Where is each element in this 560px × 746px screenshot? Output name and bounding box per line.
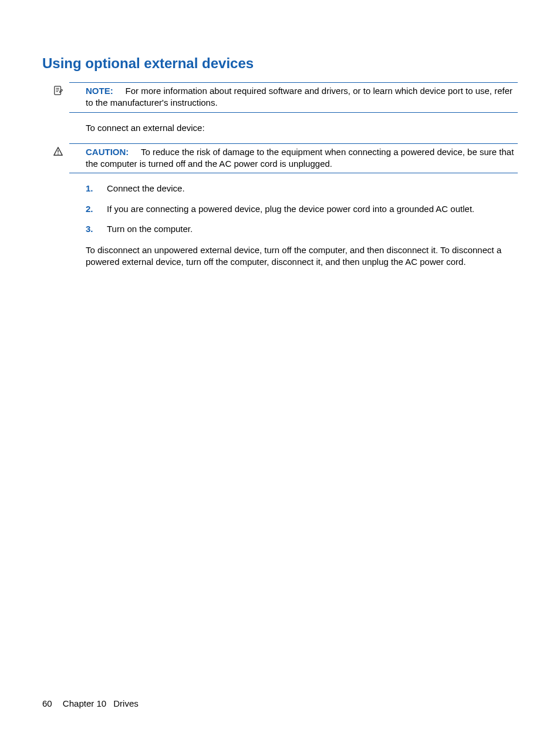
intro-paragraph: To connect an external device: — [86, 122, 518, 134]
caution-callout: CAUTION: To reduce the risk of damage to… — [69, 143, 518, 174]
note-label: NOTE: — [86, 86, 113, 96]
step-number: 2. — [86, 203, 107, 215]
caution-text: To reduce the risk of damage to the equi… — [86, 147, 514, 169]
chapter-title: Drives — [113, 698, 139, 708]
steps-list: 1. Connect the device. 2. If you are con… — [86, 183, 518, 235]
step-text: Turn on the computer. — [107, 223, 193, 235]
list-item: 2. If you are connecting a powered devic… — [86, 203, 518, 215]
step-number: 1. — [86, 183, 107, 194]
caution-icon — [53, 146, 65, 158]
closing-paragraph: To disconnect an unpowered external devi… — [86, 244, 518, 268]
step-text: Connect the device. — [107, 183, 185, 194]
svg-point-5 — [58, 153, 59, 154]
page-number: 60 — [42, 698, 52, 708]
list-item: 1. Connect the device. — [86, 183, 518, 194]
caution-label: CAUTION: — [86, 147, 129, 157]
note-icon — [53, 85, 65, 97]
step-text: If you are connecting a powered device, … — [107, 203, 474, 215]
chapter-number: Chapter 10 — [63, 698, 106, 708]
note-callout: NOTE: For more information about require… — [69, 82, 518, 113]
section-heading: Using optional external devices — [42, 55, 518, 72]
list-item: 3. Turn on the computer. — [86, 223, 518, 235]
note-text: For more information about required soft… — [86, 86, 512, 107]
svg-rect-0 — [55, 86, 61, 95]
page-footer: 60 Chapter 10 Drives — [42, 698, 139, 708]
step-number: 3. — [86, 223, 107, 235]
